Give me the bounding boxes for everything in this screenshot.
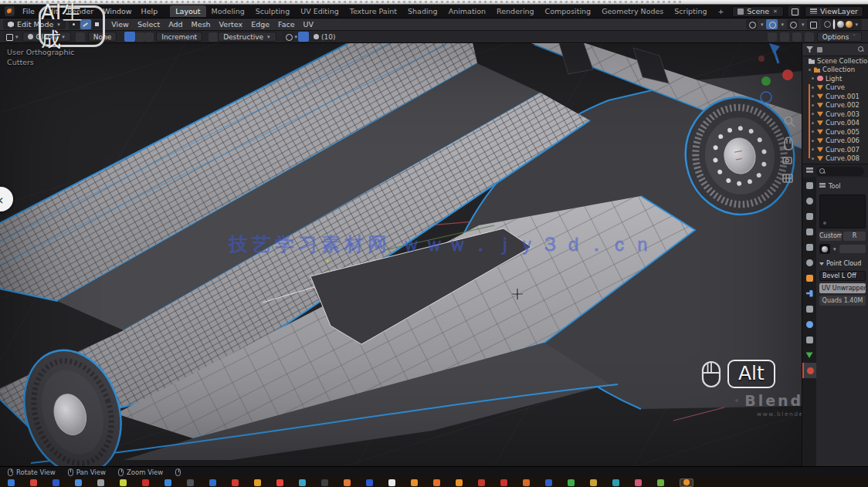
options-dropdown[interactable]: Options ˅: [817, 32, 862, 42]
outliner-row-curve[interactable]: Curve: [802, 83, 868, 93]
taskbar-app-icon[interactable]: [411, 479, 418, 486]
taskbar-app-icon[interactable]: [321, 479, 328, 486]
chevron-down-icon[interactable]: ▾: [832, 246, 837, 252]
menu-item[interactable]: File: [18, 5, 39, 18]
shading-dropdown[interactable]: ▾: [854, 22, 859, 28]
overlay-toggle[interactable]: [805, 32, 814, 42]
tool-dropdown[interactable]: ▾: [15, 34, 19, 40]
outliner-row-curve-001[interactable]: Curve.001: [802, 92, 868, 101]
properties-tab-particles[interactable]: [802, 301, 816, 316]
outliner-row-curve-005[interactable]: Curve.005: [802, 127, 868, 137]
workspace-tab-compositing[interactable]: Compositing: [540, 5, 597, 17]
workspace-tab-rendering[interactable]: Rendering: [491, 5, 540, 17]
taskbar-app-icon[interactable]: [635, 479, 642, 486]
mirror-x-toggle[interactable]: [768, 32, 777, 42]
blender-logo-icon[interactable]: [5, 6, 15, 16]
taskbar-app-icon[interactable]: [209, 479, 216, 486]
snap-magnet-icon[interactable]: [746, 19, 758, 29]
workspace-tab-scripting[interactable]: Scripting: [669, 5, 712, 17]
outliner-row-collection[interactable]: Collection: [802, 66, 868, 75]
gear-icon[interactable]: [283, 32, 294, 42]
destructive-mode-select[interactable]: Destructive ▾: [218, 32, 276, 42]
properties-tab-material[interactable]: [802, 363, 816, 378]
taskbar-app-icon[interactable]: [187, 479, 194, 486]
taskbar-app-icon[interactable]: [388, 479, 395, 486]
mode-icon[interactable]: [209, 32, 218, 42]
restriction-dot[interactable]: [812, 95, 814, 97]
workspace-tab-sculpting[interactable]: Sculpting: [250, 5, 295, 17]
properties-tab-constraints[interactable]: [802, 332, 816, 347]
outliner-row-curve-008[interactable]: Curve.008: [802, 154, 868, 164]
taskbar-app-icon[interactable]: [8, 479, 15, 486]
properties-editor-icon[interactable]: [806, 167, 813, 174]
properties-tab-object[interactable]: [802, 270, 816, 286]
3d-viewport[interactable]: User Orthographic Cutters 技艺学习素材网 ｗｗｗ．ｊｙ…: [0, 43, 802, 466]
display-mode-icon[interactable]: [817, 47, 822, 52]
properties-tab-tool[interactable]: [802, 178, 816, 193]
taskbar-app-icon[interactable]: [30, 479, 37, 486]
mirror-y-toggle[interactable]: [780, 32, 789, 42]
restriction-dot[interactable]: [812, 122, 814, 124]
outliner-row-curve-006[interactable]: Curve.006: [802, 137, 868, 146]
properties-tab-output[interactable]: [802, 208, 816, 224]
workspace-tab-texture-paint[interactable]: Texture Paint: [344, 5, 402, 17]
snap-mode-icon[interactable]: [135, 32, 144, 42]
snap-target-icon[interactable]: [144, 32, 154, 42]
viewport-menu-item[interactable]: UV: [299, 19, 317, 30]
viewport-menu-item[interactable]: Edge: [247, 19, 274, 30]
taskbar-app-icon[interactable]: [75, 479, 82, 486]
outliner-row-scene-collection[interactable]: Scene Collection: [802, 56, 868, 66]
material-shading-button[interactable]: [837, 21, 844, 28]
active-app-blender[interactable]: [680, 479, 693, 487]
outliner-row-curve-002[interactable]: Curve.002: [802, 101, 868, 110]
section-expand-icon[interactable]: [819, 262, 824, 265]
reset-button[interactable]: R: [843, 232, 866, 241]
taskbar-app-icon[interactable]: [590, 479, 597, 486]
material-preview[interactable]: [819, 194, 866, 228]
restriction-dot[interactable]: [812, 130, 814, 133]
outliner-row-curve-004[interactable]: Curve.004: [802, 119, 868, 128]
viewport-menu-item[interactable]: Add: [164, 19, 187, 30]
custom-button[interactable]: Custom: [819, 232, 842, 241]
restriction-dot[interactable]: [812, 157, 814, 160]
material-slot-field[interactable]: [839, 245, 866, 253]
taskbar-app-icon[interactable]: [254, 479, 261, 486]
taskbar-app-icon[interactable]: [456, 479, 463, 486]
taskbar-app-icon[interactable]: [142, 479, 149, 486]
orientation-dropdown[interactable]: ▾: [801, 22, 805, 28]
workspace-tab-shading[interactable]: Shading: [402, 5, 443, 17]
solid-shading-button[interactable]: [833, 19, 835, 29]
rendered-shading-button[interactable]: [846, 21, 853, 28]
taskbar-app-icon[interactable]: [366, 479, 373, 486]
add-workspace-button[interactable]: +: [713, 7, 730, 15]
outliner-row-light[interactable]: Light: [802, 74, 868, 83]
snap-dropdown[interactable]: ▾: [760, 22, 765, 28]
bevel-off-row[interactable]: Bevel L Off: [819, 271, 866, 281]
taskbar-app-icon[interactable]: [299, 479, 306, 486]
workspace-tab-layout[interactable]: Layout: [170, 5, 205, 17]
taskbar-app-icon[interactable]: [53, 479, 59, 486]
properties-tab-data[interactable]: [802, 347, 816, 363]
taskbar-app-icon[interactable]: [276, 479, 283, 486]
properties-tab-physics[interactable]: [802, 316, 816, 332]
restriction-dot[interactable]: [812, 113, 814, 115]
taskbar-app-icon[interactable]: [433, 479, 440, 486]
selected-setting-row[interactable]: UV Unwrapped A: [819, 283, 866, 293]
taskbar-app-icon[interactable]: [523, 479, 530, 486]
taskbar-app-icon[interactable]: [568, 479, 575, 486]
quads-count-button[interactable]: Quads 1.40M: [819, 296, 866, 306]
viewport-menu-item[interactable]: Vertex: [215, 19, 247, 30]
viewport-menu-item[interactable]: Face: [274, 19, 299, 30]
orientation-globe-icon[interactable]: [787, 19, 798, 29]
taskbar-app-icon[interactable]: [232, 479, 239, 486]
restriction-dot[interactable]: [809, 69, 811, 71]
snap-increment-select[interactable]: Increment: [156, 32, 202, 42]
view-layer-selector[interactable]: ViewLayer: [805, 6, 863, 17]
restriction-dot[interactable]: [812, 104, 814, 107]
outliner-row-curve-007[interactable]: Curve.007: [802, 145, 868, 154]
taskbar-app-icon[interactable]: [657, 479, 664, 486]
taskbar-app-icon[interactable]: [478, 479, 485, 486]
taskbar-app-icon[interactable]: [344, 479, 351, 486]
workspace-tab-geometry-nodes[interactable]: Geometry Nodes: [596, 5, 669, 17]
properties-tab-render[interactable]: [802, 193, 816, 208]
